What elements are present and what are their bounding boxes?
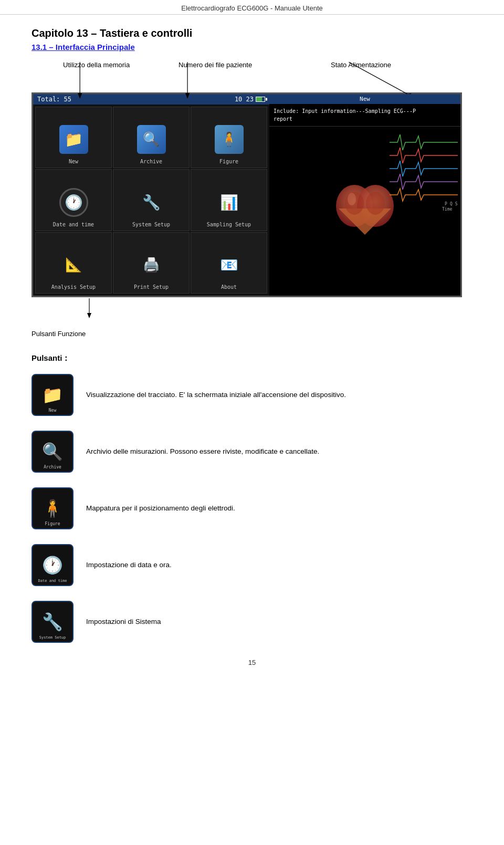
new-icon-label: New (49, 408, 56, 413)
pulsante-icon-datetime: 🕐 Date and time (32, 544, 74, 586)
page-content: Capitolo 13 – Tastiera e controlli 13.1 … (0, 15, 504, 687)
pulsante-text-new: Visualizzazione del tracciato. E' la sch… (86, 390, 472, 400)
svg-marker-16 (87, 313, 91, 318)
svg-text:P: P (445, 202, 447, 206)
pulsante-icon-systemsetup: 🔧 System Setup (32, 601, 74, 643)
menu-label-about: About (221, 284, 237, 290)
systemsetup-description: Impostazioni di Sistema (86, 618, 161, 625)
pulsante-text-archive: Archivio delle misurazioni. Possono esse… (86, 446, 472, 457)
archive-search-icon (137, 125, 166, 154)
figure-icon (211, 122, 247, 157)
screen-right: New Include: Input information---Samplin… (269, 94, 460, 296)
datetime-icon (55, 185, 92, 220)
at-icon (215, 251, 244, 279)
new-description: Visualizzazione del tracciato. E' la sch… (86, 391, 346, 399)
ecg-waves: P Q S Time (390, 132, 458, 216)
page-number: 15 (32, 659, 472, 666)
chart-icon (215, 188, 244, 217)
pulsante-text-datetime: Impostazione di data e ora. (86, 560, 472, 570)
systemsetup-emoji-icon: 🔧 (42, 612, 63, 632)
clock-icon (59, 188, 88, 217)
new-emoji-icon: 📁 (42, 385, 63, 405)
menu-label-archive: Archive (140, 159, 162, 164)
heart-ecg-area: P Q S Time (269, 127, 460, 296)
screen-left: Total: 55 10 23 New (33, 94, 269, 296)
page-header: Elettrocardiografo ECG600G - Manuale Ute… (0, 0, 504, 15)
label-memoria: Utilizzo della memoria (63, 61, 130, 69)
desc-text: Include: Input information---Sampling EC… (274, 108, 416, 122)
archive-icon (133, 122, 170, 157)
menu-item-about[interactable]: About (191, 232, 267, 294)
header-title: Elettrocardiografo ECG600G - Manuale Ute… (181, 4, 323, 12)
datetime-icon-label: Date and time (38, 579, 67, 583)
right-panel-title: New (269, 94, 460, 104)
pulsanti-title: Pulsanti： (32, 353, 472, 363)
printer-icon (137, 251, 166, 279)
screen-top-bar: Total: 55 10 23 (33, 94, 269, 105)
svg-text:Q S: Q S (450, 202, 458, 206)
time-display: 10 23 (235, 96, 254, 103)
datetime-description: Impostazione di data e ora. (86, 561, 172, 569)
pulsante-text-figure: Mappatura per il posizionamento degli el… (86, 503, 472, 514)
menu-item-printsetup[interactable]: Print Setup (113, 232, 190, 294)
battery-icon (256, 97, 265, 102)
printsetup-icon (133, 248, 170, 282)
pulsante-row-new: 📁 New Visualizzazione del tracciato. E' … (32, 374, 472, 416)
menu-item-systemsetup[interactable]: System Setup (113, 169, 190, 231)
figure-description: Mappatura per il posizionamento degli el… (86, 504, 235, 512)
heart-diagram (331, 177, 399, 245)
menu-item-analysissetup[interactable]: Analysis Setup (35, 232, 112, 294)
pulsanti-section: Pulsanti： 📁 New Visualizzazione del trac… (32, 353, 472, 643)
section-title: 13.1 – Interfaccia Principale (32, 43, 472, 51)
new-folder-icon (59, 125, 88, 154)
pulsante-row-systemsetup: 🔧 System Setup Impostazioni di Sistema (32, 601, 472, 643)
menu-grid: New Archive Figure (33, 105, 269, 296)
figure-icon-label: Figure (45, 521, 60, 526)
systemsetup-icon (133, 185, 170, 220)
menu-label-new: New (69, 159, 78, 164)
archive-description: Archivio delle misurazioni. Possono esse… (86, 447, 319, 455)
svg-text:Time: Time (442, 207, 452, 212)
pulsanti-funzione-label: Pulsanti Funzione (32, 330, 472, 338)
bottom-arrow-svg (32, 298, 472, 319)
menu-item-figure[interactable]: Figure (191, 107, 267, 168)
menu-label-systemsetup: System Setup (132, 222, 170, 227)
menu-label-samplingsetup: Sampling Setup (207, 222, 251, 227)
systemsetup-icon-label: System Setup (39, 635, 66, 640)
right-panel-desc: Include: Input information---Sampling EC… (269, 104, 460, 127)
label-stato: Stato Alimentazione (331, 61, 391, 69)
menu-item-samplingsetup[interactable]: Sampling Setup (191, 169, 267, 231)
pulsante-icon-figure: 🧍 Figure (32, 487, 74, 529)
pulsante-row-archive: 🔍 Archive Archivio delle misurazioni. Po… (32, 431, 472, 473)
total-label: Total: 55 (37, 96, 71, 103)
svg-point-10 (366, 192, 385, 215)
datetime-emoji-icon: 🕐 (42, 555, 63, 575)
menu-item-new[interactable]: New (35, 107, 112, 168)
pulsante-text-systemsetup: Impostazioni di Sistema (86, 617, 472, 627)
menu-item-datetime[interactable]: Date and time (35, 169, 112, 231)
analysis-icon (59, 251, 88, 279)
menu-label-figure: Figure (219, 159, 238, 164)
new-icon (55, 122, 92, 157)
wrench-icon (137, 188, 166, 217)
pulsante-icon-new: 📁 New (32, 374, 74, 416)
pulsante-row-datetime: 🕐 Date and time Impostazione di data e o… (32, 544, 472, 586)
menu-item-archive[interactable]: Archive (113, 107, 190, 168)
analysissetup-icon (55, 248, 92, 282)
screen-labels-row: Utilizzo della memoria Numero dei file p… (32, 61, 472, 92)
pulsante-row-figure: 🧍 Figure Mappatura per il posizionamento… (32, 487, 472, 529)
about-icon (211, 248, 247, 282)
figure-emoji-icon: 🧍 (42, 498, 63, 518)
menu-label-datetime: Date and time (53, 222, 94, 227)
archive-emoji-icon: 🔍 (42, 442, 63, 462)
menu-label-analysissetup: Analysis Setup (51, 284, 96, 290)
device-screen: Total: 55 10 23 New (32, 92, 462, 297)
samplingsetup-icon (211, 185, 247, 220)
figure-body-icon (215, 125, 244, 154)
archive-icon-label: Archive (44, 465, 61, 470)
chapter-title: Capitolo 13 – Tastiera e controlli (32, 27, 472, 39)
menu-label-printsetup: Print Setup (134, 284, 169, 290)
label-numero: Numero dei file paziente (178, 61, 252, 69)
pulsante-icon-archive: 🔍 Archive (32, 431, 74, 473)
svg-point-11 (348, 193, 356, 205)
